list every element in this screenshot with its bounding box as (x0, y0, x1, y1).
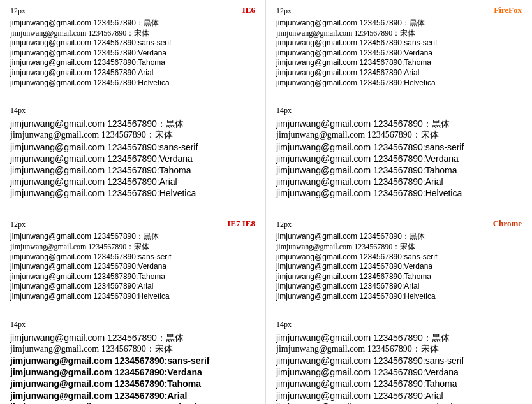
font-row: jimjunwang@gmail.com 1234567890:Tahoma (276, 58, 522, 68)
font-row: jimjunwang@gmail.com 1234567890:Arial (10, 390, 255, 401)
font-row: jimjunwang@gmail.com 1234567890:Helvetic… (10, 78, 255, 89)
panel-ie7ie8: IE7 IE8 12px jimjunwang@gmail.com 123456… (0, 213, 266, 404)
ie7ie8-12px-block: 12px jimjunwang@gmail.com 1234567890：黒体 … (10, 220, 255, 301)
font-row: jimjunwang@gmail.com 1234567890:Helvetic… (276, 78, 522, 89)
ie6-14px-block: 14px jimjunwang@gmail.com 1234567890：黒体 … (10, 106, 255, 199)
font-row: jimjunwang@gmail.com 1234567890：黒体 (276, 118, 522, 129)
ie6-12px-block: 12px jimjunwang@gmail.com 1234567890：黒体 … (10, 6, 255, 88)
font-row: jimjunwang@gmail.com 1234567890：宋体 (276, 29, 522, 39)
font-row: jimjunwang@gmail.com 1234567890:Tahoma (276, 164, 522, 176)
size-label-12: 12px (276, 220, 522, 229)
size-label-14: 14px (10, 106, 255, 115)
font-row: jimjunwang@gmail.com 1234567890:Arial (10, 282, 255, 292)
size-label-12: 12px (276, 6, 522, 16)
font-row: jimjunwang@gmail.com 1234567890：宋体 (10, 129, 255, 141)
font-row: jimjunwang@gmail.com 1234567890:Arial (276, 390, 522, 401)
font-row: jimjunwang@gmail.com 1234567890:Verdana (10, 48, 255, 59)
font-row: jimjunwang@gmail.com 1234567890:sans-ser… (10, 355, 255, 366)
font-row: jimjunwang@gmail.com 1234567890:sans-ser… (10, 141, 255, 153)
panel-title-ie6: IE6 (242, 5, 255, 15)
firefox-12px-block: 12px jimjunwang@gmail.com 1234567890：黒体 … (276, 6, 522, 88)
font-row: jimjunwang@gmail.com 1234567890:Tahoma (10, 272, 255, 282)
chrome-12px-block: 12px jimjunwang@gmail.com 1234567890：黒体 … (276, 220, 522, 301)
font-row: jimjunwang@gmail.com 1234567890:Verdana (276, 262, 522, 272)
font-row: jimjunwang@gmail.com 1234567890:Tahoma (10, 164, 255, 176)
font-row: jimjunwang@gmail.com 1234567890：宋体 (10, 29, 255, 39)
font-row: jimjunwang@gmail.com 1234567890:Verdana (276, 366, 522, 378)
size-label-14: 14px (276, 106, 522, 115)
font-row: jimjunwang@gmail.com 1234567890:Tahoma (276, 378, 522, 389)
size-label-12: 12px (10, 220, 255, 229)
font-row: jimjunwang@gmail.com 1234567890：黒体 (10, 232, 255, 242)
font-row: jimjunwang@gmail.com 1234567890:Tahoma (10, 378, 255, 389)
font-row: jimjunwang@gmail.com 1234567890:Arial (276, 68, 522, 78)
font-row: jimjunwang@gmail.com 1234567890：黒体 (10, 118, 255, 129)
font-row: jimjunwang@gmail.com 1234567890:Arial (276, 282, 522, 292)
size-label-14: 14px (276, 320, 522, 329)
font-row: jimjunwang@gmail.com 1234567890:Verdana (10, 153, 255, 164)
font-row: jimjunwang@gmail.com 1234567890:Verdana (10, 366, 255, 378)
font-row: jimjunwang@gmail.com 1234567890:sans-ser… (10, 38, 255, 48)
font-row: jimjunwang@gmail.com 1234567890:sans-ser… (276, 38, 522, 48)
panel-title-chrome: Chrome (493, 219, 522, 229)
font-row: jimjunwang@gmail.com 1234567890：黒体 (276, 18, 522, 29)
font-row: jimjunwang@gmail.com 1234567890：黒体 (10, 18, 255, 29)
font-row: jimjunwang@gmail.com 1234567890:Helvetic… (10, 187, 255, 199)
panel-firefox: FireFox 12px jimjunwang@gmail.com 123456… (266, 0, 532, 213)
panel-title-firefox: FireFox (494, 5, 522, 15)
panel-ie6: IE6 12px jimjunwang@gmail.com 1234567890… (0, 0, 266, 213)
font-row: jimjunwang@gmail.com 1234567890:Arial (10, 68, 255, 78)
ie7ie8-14px-block: 14px jimjunwang@gmail.com 1234567890：黒体 … (10, 320, 255, 404)
font-row: jimjunwang@gmail.com 1234567890:Helvetic… (10, 292, 255, 302)
panel-chrome: Chrome 12px jimjunwang@gmail.com 1234567… (266, 213, 532, 404)
font-row: jimjunwang@gmail.com 1234567890：黒体 (10, 332, 255, 343)
font-row: jimjunwang@gmail.com 1234567890:Helvetic… (276, 187, 522, 199)
font-row: jimjunwang@gmail.com 1234567890：宋体 (276, 343, 522, 355)
font-row: jimjunwang@gmail.com 1234567890：宋体 (276, 242, 522, 252)
font-row: jimjunwang@gmail.com 1234567890:Tahoma (10, 58, 255, 68)
panel-title-ie7ie8: IE7 IE8 (227, 219, 255, 229)
size-label-14: 14px (10, 320, 255, 329)
font-row: jimjunwang@gmail.com 1234567890:sans-ser… (276, 355, 522, 366)
font-row: jimjunwang@gmail.com 1234567890:Verdana (276, 48, 522, 59)
font-row: jimjunwang@gmail.com 1234567890:sans-ser… (276, 141, 522, 153)
font-row: jimjunwang@gmail.com 1234567890:Helvetic… (10, 401, 255, 404)
firefox-14px-block: 14px jimjunwang@gmail.com 1234567890：黒体 … (276, 106, 522, 199)
font-row: jimjunwang@gmail.com 1234567890:sans-ser… (10, 252, 255, 263)
font-row: jimjunwang@gmail.com 1234567890：黒体 (276, 332, 522, 343)
font-row: jimjunwang@gmail.com 1234567890:Verdana (10, 262, 255, 272)
font-row: jimjunwang@gmail.com 1234567890：黒体 (276, 232, 522, 242)
size-label-12: 12px (10, 6, 255, 16)
chrome-14px-block: 14px jimjunwang@gmail.com 1234567890：黒体 … (276, 320, 522, 404)
font-row: jimjunwang@gmail.com 1234567890:Verdana (276, 153, 522, 164)
font-row: jimjunwang@gmail.com 1234567890：宋体 (276, 129, 522, 141)
font-row: jimjunwang@gmail.com 1234567890：宋体 (10, 343, 255, 355)
font-row: jimjunwang@gmail.com 1234567890：宋体 (10, 242, 255, 252)
font-row: jimjunwang@gmail.com 1234567890:Helvetic… (276, 292, 522, 302)
font-row: jimjunwang@gmail.com 1234567890:Arial (276, 176, 522, 187)
font-row: jimjunwang@gmail.com 1234567890:Helvetic… (276, 401, 522, 404)
font-row: jimjunwang@gmail.com 1234567890:Tahoma (276, 272, 522, 282)
font-row: jimjunwang@gmail.com 1234567890:Arial (10, 176, 255, 187)
font-row: jimjunwang@gmail.com 1234567890:sans-ser… (276, 252, 522, 263)
